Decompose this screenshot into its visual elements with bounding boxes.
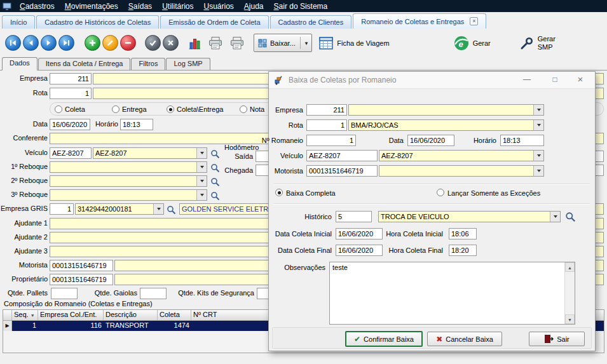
grid-col-seq[interactable]: Seq.▼: [12, 310, 38, 320]
scroll-down-icon[interactable]: ▼: [565, 314, 575, 324]
gerar-smp-label[interactable]: Gerar SMP: [538, 35, 561, 51]
veiculo-combo-arrow-icon[interactable]: [196, 148, 207, 158]
baixar-dropdown-arrow-icon[interactable]: ▾: [305, 40, 308, 46]
grid-col-empresa[interactable]: Empresa Col./Ent.: [38, 310, 104, 320]
nav-first-button[interactable]: [5, 35, 21, 51]
tab-inicio[interactable]: Início: [2, 15, 35, 29]
dlg-veiculo-combo-arrow-icon[interactable]: [533, 151, 543, 161]
radio-entrega[interactable]: [112, 105, 119, 113]
historico-search-icon[interactable]: [565, 211, 576, 222]
menu-usuarios[interactable]: Usuários: [198, 1, 238, 11]
ficha-viagem-icon[interactable]: [318, 36, 334, 50]
subtab-dados[interactable]: Dados: [2, 57, 38, 71]
ficha-viagem-label[interactable]: Ficha de Viagem: [337, 39, 389, 47]
horario-input[interactable]: [120, 119, 153, 130]
delete-button[interactable]: [120, 35, 136, 51]
dlg-rota-combo[interactable]: BMA/RJO/CAS: [348, 119, 544, 131]
empresa-input[interactable]: [50, 73, 92, 84]
menu-sair-do-sistema[interactable]: Sair do Sistema: [269, 1, 333, 11]
radio-nota[interactable]: [240, 105, 247, 113]
empresa-gris-input[interactable]: [50, 203, 74, 215]
proprietario-input[interactable]: [50, 274, 113, 285]
qtde-gaiolas-input[interactable]: [140, 288, 167, 299]
baixar-button[interactable]: Baixar... ▾: [254, 34, 312, 52]
dlg-veiculo-input[interactable]: [306, 150, 378, 161]
radio-lancar-excecoes[interactable]: [437, 189, 444, 196]
subtab-itens-coleta-entrega[interactable]: Itens da Coleta / Entrega: [38, 58, 131, 70]
veiculo-combo[interactable]: AEZ-8207: [93, 147, 207, 159]
dlg-horario-input[interactable]: [500, 135, 544, 146]
print-report-button[interactable]: [229, 36, 245, 50]
mdfe-logo[interactable]: e: [453, 35, 470, 51]
minimize-button[interactable]: —: [520, 75, 534, 84]
reboque2-combo-arrow-icon[interactable]: [196, 176, 207, 186]
radio-coleta[interactable]: [55, 105, 62, 113]
nav-next-button[interactable]: [41, 35, 57, 51]
rota-input[interactable]: [50, 88, 92, 99]
dlg-empresa-combo-arrow-icon[interactable]: [533, 105, 543, 115]
dlg-motorista-combo[interactable]: [379, 165, 544, 177]
print-button[interactable]: [208, 36, 223, 50]
dlg-historico-combo[interactable]: TROCA DE VEICULO: [378, 211, 561, 222]
data-input[interactable]: [50, 119, 90, 130]
reboque3-combo-arrow-icon[interactable]: [196, 190, 207, 200]
dlg-historico-combo-arrow-icon[interactable]: [550, 212, 560, 222]
menu-cadastros[interactable]: Cadastros: [15, 1, 60, 11]
reboque2-combo[interactable]: [50, 175, 207, 187]
subtab-filtros[interactable]: Filtros: [131, 58, 165, 70]
subtab-log-smp[interactable]: Log SMP: [166, 58, 210, 70]
dlg-data-coleta-final-input[interactable]: [336, 245, 383, 256]
reboque1-combo-arrow-icon[interactable]: [196, 162, 207, 172]
dlg-hora-coleta-inicial-input[interactable]: [449, 228, 477, 239]
nav-last-button[interactable]: [58, 35, 74, 51]
menu-ajuda[interactable]: Ajuda: [239, 1, 269, 11]
dlg-motorista-input[interactable]: [306, 165, 378, 177]
veiculo-search-icon[interactable]: [210, 148, 221, 159]
sair-button[interactable]: Sair: [529, 332, 585, 346]
menu-utilitarios[interactable]: Utilitários: [157, 1, 198, 11]
nav-previous-button[interactable]: [23, 35, 39, 51]
close-button[interactable]: ×: [573, 75, 587, 84]
motorista-input[interactable]: [50, 260, 113, 271]
dialog-titlebar[interactable]: Baixa de Coletas por Romaneio — □ ×: [269, 72, 595, 89]
dlg-empresa-combo[interactable]: [348, 104, 544, 116]
tab-close-icon[interactable]: ×: [470, 17, 478, 25]
dlg-motorista-combo-arrow-icon[interactable]: [533, 166, 543, 176]
edit-button[interactable]: [102, 35, 118, 51]
chart-button[interactable]: [188, 36, 201, 50]
cancelar-baixa-button[interactable]: ✖ Cancelar Baixa: [427, 332, 502, 346]
reboque1-search-icon[interactable]: [210, 162, 221, 173]
reboque1-combo[interactable]: [50, 161, 207, 173]
radio-baixa-completa[interactable]: [275, 189, 283, 196]
grid-col-coleta[interactable]: Coleta: [158, 310, 191, 320]
dlg-empresa-input[interactable]: [306, 104, 347, 116]
menu-saidas[interactable]: Saídas: [123, 1, 157, 11]
reboque3-search-icon[interactable]: [210, 190, 221, 201]
dlg-data-coleta-inicial-input[interactable]: [336, 228, 383, 239]
confirmar-baixa-button[interactable]: ✔ Confirmar Baixa: [345, 331, 423, 347]
scroll-up-icon[interactable]: ▲: [565, 262, 575, 272]
empresa-gris-search-icon[interactable]: [166, 204, 177, 215]
tab-cadastro-clientes[interactable]: Cadastro de Clientes: [270, 15, 352, 29]
dlg-romaneio-input[interactable]: [306, 135, 356, 146]
smp-tool-icon[interactable]: [520, 36, 534, 50]
dlg-historico-input[interactable]: [336, 211, 372, 222]
radio-coleta-entrega[interactable]: [167, 105, 174, 113]
dlg-hora-coleta-final-input[interactable]: [449, 245, 477, 256]
cancel-button[interactable]: [163, 35, 179, 51]
qtde-pallets-input[interactable]: [51, 288, 78, 299]
observacoes-scrollbar[interactable]: ▲ ▼: [564, 262, 575, 324]
dlg-veiculo-combo[interactable]: AEZ-8207: [379, 150, 544, 161]
dlg-data-input[interactable]: [407, 135, 454, 146]
tab-emissao-ordem[interactable]: Emissão de Ordem de Coleta: [160, 15, 268, 29]
dlg-rota-combo-arrow-icon[interactable]: [533, 120, 543, 130]
add-button[interactable]: [85, 35, 100, 51]
confirm-button[interactable]: [145, 35, 161, 51]
reboque3-combo[interactable]: [50, 189, 207, 201]
empresa-gris-combo-arrow-icon[interactable]: [153, 204, 163, 214]
empresa-gris-combo[interactable]: 31429442000181: [75, 203, 164, 215]
grid-col-crt[interactable]: Nº CRT: [191, 310, 269, 320]
maximize-button[interactable]: □: [548, 75, 562, 84]
reboque2-search-icon[interactable]: [210, 176, 221, 187]
observacoes-textarea[interactable]: teste ▲ ▼: [329, 262, 575, 325]
